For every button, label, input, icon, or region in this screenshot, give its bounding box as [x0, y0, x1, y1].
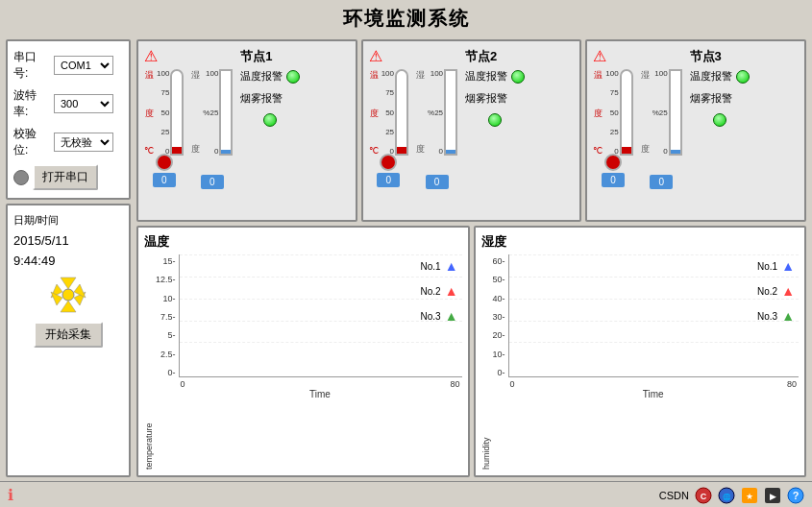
current-date: 2015/5/11: [13, 233, 69, 248]
temp-chart-area: 0 80 Time No.1 ▲ No.2 ▲: [179, 254, 462, 470]
open-port-button[interactable]: 打开串口: [33, 164, 98, 190]
node-1-thermo-fill: [172, 147, 182, 154]
status-icon-1: C: [695, 487, 712, 504]
node-2-smoke-alert-label: 烟雾报警: [465, 91, 507, 106]
node-3-hum-labels: 湿 度: [641, 69, 651, 156]
svg-text:?: ?: [793, 490, 800, 501]
svg-text:C: C: [701, 492, 707, 501]
node-1-thermo-bulb: [156, 154, 173, 171]
node-2-header: ⚠ 节点2: [369, 47, 575, 65]
node-2-smoke-led: [488, 113, 502, 127]
node-3-smoke-alert-row: 烟雾报警: [690, 91, 750, 106]
node-1-alerts: 温度报警 烟雾报警: [236, 69, 300, 127]
node-1-title: 节点1: [163, 48, 350, 65]
datetime-label: 日期/时间: [13, 213, 59, 228]
node-3-temp-labels: 温 度 ℃: [593, 69, 603, 156]
baud-select[interactable]: 3009600115200: [54, 94, 113, 113]
radiation-icon: [47, 274, 89, 316]
temp-legend-3-arrow: ▲: [445, 308, 458, 324]
check-label: 校验位:: [13, 126, 50, 158]
port-row: 串口号: COM1COM2COM3: [13, 49, 123, 82]
node-1-temp-led: [286, 70, 300, 84]
node-3-hum-value[interactable]: 0: [650, 175, 673, 189]
svg-text:▶: ▶: [770, 492, 776, 501]
humidity-chart-y-label: humidity: [481, 254, 491, 470]
node-2-smoke-alert-row: 烟雾报警: [465, 91, 525, 106]
node-2-temp-led: [511, 70, 525, 84]
humidity-chart-title: 湿度: [481, 233, 800, 251]
temp-legend-3: No.3 ▲: [421, 308, 458, 324]
baud-row: 波特率: 3009600115200: [13, 87, 123, 120]
node-2-hum-value[interactable]: 0: [426, 175, 449, 189]
node-2-thermo-bulb: [380, 154, 397, 171]
grid-line-3: [180, 299, 462, 300]
port-select[interactable]: COM1COM2COM3: [54, 56, 113, 75]
temp-chart-x-label: Time: [179, 389, 462, 399]
node-1-hum-bar-group: 100 %25 0: [203, 69, 233, 156]
node-2-hum-scale: 100 %25 0: [428, 69, 443, 156]
node-2-alerts: 温度报警 烟雾报警: [461, 69, 525, 127]
hum-grid-5: [509, 342, 799, 343]
node-1-hum-value[interactable]: 0: [201, 175, 224, 189]
humidity-chart-area: 0 80 Time No.1 ▲ No.2 ▲: [508, 254, 799, 470]
node-2-temp-alert-row: 温度报警: [465, 69, 525, 84]
node-3-temp-led: [736, 70, 750, 84]
node-2-temp-labels: 温 度 ℃: [369, 69, 380, 156]
status-csdn-label: CSDN: [659, 490, 689, 501]
node-3-temp-scale: 100 75 50 25 0: [605, 69, 618, 156]
hum-grid-4: [509, 321, 799, 322]
charts-row: 温度 temperature 15- 12.5- 10- 7.5- 5- 2.5…: [136, 226, 806, 477]
node-2-alert-icon: ⚠: [369, 47, 382, 65]
temp-chart-title: 温度: [144, 233, 462, 251]
humidity-chart-content: humidity 60- 50- 40- 30- 20- 10- 0-: [481, 254, 800, 470]
collect-button[interactable]: 开始采集: [34, 322, 103, 348]
node-1-temp-alert-row: 温度报警: [240, 69, 300, 84]
node-1-humidity-group: 湿 度 100 %25 0: [191, 69, 233, 189]
temp-legend-2-arrow: ▲: [445, 283, 458, 299]
node-1-temp-group: 温 度 ℃ 100 75 50 25: [144, 69, 184, 187]
check-select[interactable]: 无校验奇校验偶校验: [54, 133, 113, 152]
grid-line-1: [180, 254, 462, 255]
node-1-smoke-alert-row: 烟雾报警: [240, 91, 300, 106]
humidity-chart-x-label: Time: [508, 389, 799, 399]
open-btn-row: 打开串口: [13, 164, 123, 190]
node-2-temp-group: 温 度 ℃ 100 75 50 25 0: [369, 69, 408, 187]
node-3-temp-value[interactable]: 0: [602, 173, 625, 187]
node-2-temp-alert-label: 温度报警: [465, 69, 507, 84]
status-left: ℹ: [8, 486, 13, 504]
node-3-hum-scale: 100 %25 0: [652, 69, 668, 156]
node-2-hum-labels: 湿 度: [416, 69, 426, 156]
node-1-smoke-alert-label: 烟雾报警: [240, 91, 283, 106]
hum-legend-3: No.3 ▲: [757, 308, 795, 324]
node-1-temp-value[interactable]: 0: [153, 173, 176, 187]
status-bar: ℹ CSDN C 🌐 ★ ▶ ?: [0, 481, 812, 507]
grid-line-2: [180, 277, 462, 278]
node-3-temp-alert-row: 温度报警: [690, 69, 750, 84]
node-2-body: 温 度 ℃ 100 75 50 25 0: [369, 69, 575, 214]
node-3-thermo-bulb: [604, 154, 622, 171]
node-2-title: 节点2: [388, 48, 575, 65]
status-icon-2: 🌐: [718, 487, 735, 504]
temp-chart-box: 温度 temperature 15- 12.5- 10- 7.5- 5- 2.5…: [136, 226, 470, 477]
status-icon-3: ★: [741, 487, 758, 504]
config-box: 串口号: COM1COM2COM3 波特率: 3009600115200 校验位…: [6, 39, 131, 200]
right-panel: ⚠ 节点1 温 度 ℃: [136, 39, 806, 477]
node-2-temp-scale: 100 75 50 25 0: [381, 69, 394, 156]
node-3-thermo: 100 75 50 25 0: [605, 69, 632, 156]
node-1-header: ⚠ 节点1: [144, 47, 350, 65]
humidity-chart-legend: No.1 ▲ No.2 ▲ No.3 ▲: [757, 258, 795, 324]
temp-chart-x-axis: 0 80: [179, 377, 462, 389]
node-1-temp-scale: 100 75 50 25 0: [157, 69, 169, 156]
temp-legend-3-label: No.3: [421, 311, 441, 322]
node-1-body: 温 度 ℃ 100 75 50 25: [144, 69, 350, 214]
connection-status: [13, 170, 29, 185]
humidity-chart-y-axis: 60- 50- 40- 30- 20- 10- 0-: [493, 254, 508, 377]
node-2-box: ⚠ 节点2 温 度 ℃ 100: [361, 39, 582, 222]
nodes-row: ⚠ 节点1 温 度 ℃: [136, 39, 806, 222]
node-3-smoke-led-row: [690, 113, 750, 127]
status-warning-icon: ℹ: [8, 486, 13, 504]
node-2-temp-value[interactable]: 0: [377, 173, 400, 187]
hum-legend-2: No.2 ▲: [757, 283, 795, 299]
node-2-hum-fill: [446, 150, 455, 154]
node-3-smoke-led: [713, 113, 726, 127]
